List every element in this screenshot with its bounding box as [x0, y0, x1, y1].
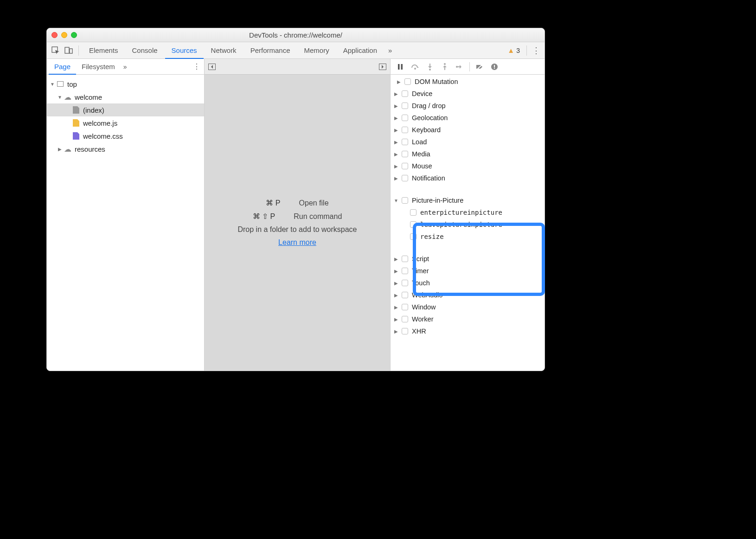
tree-resources[interactable]: ▶ ☁ resources: [47, 142, 204, 155]
event-item[interactable]: resize: [391, 231, 545, 243]
event-category[interactable]: ▶Worker: [391, 313, 545, 325]
window-titlebar: DevTools - chrome://welcome/: [47, 28, 545, 42]
event-item[interactable]: leavepictureinpicture: [391, 218, 545, 231]
separator: [526, 45, 527, 56]
caret-right-icon: ▶: [393, 116, 399, 121]
event-category[interactable]: ▶Load: [391, 136, 545, 148]
caret-right-icon: ▶: [393, 140, 399, 145]
checkbox[interactable]: [402, 197, 408, 204]
event-category[interactable]: ▶Script: [391, 253, 545, 265]
learn-more-link[interactable]: Learn more: [278, 238, 316, 247]
tab-memory[interactable]: Memory: [298, 42, 336, 59]
subtab-filesystem[interactable]: Filesystem: [76, 59, 121, 75]
tree-resources-label: resources: [75, 145, 105, 153]
svg-rect-12: [494, 65, 495, 67]
event-category[interactable]: ▶Device: [391, 88, 545, 100]
step-icon[interactable]: [455, 62, 465, 72]
checkbox[interactable]: [404, 78, 411, 85]
devtools-window: DevTools - chrome://welcome/ Elements Co…: [46, 28, 545, 371]
checkbox[interactable]: [402, 292, 408, 298]
close-window-button[interactable]: [51, 32, 58, 38]
checkbox[interactable]: [402, 151, 408, 157]
caret-right-icon: ▶: [393, 91, 399, 96]
tab-application[interactable]: Application: [337, 42, 384, 59]
checkbox[interactable]: [402, 256, 408, 262]
event-category[interactable]: ▶Mouse: [391, 160, 545, 172]
tabs-overflow[interactable]: »: [384, 42, 396, 59]
event-category[interactable]: ▶ DOM Mutation: [391, 76, 545, 88]
caret-right-icon: ▶: [393, 281, 399, 286]
navigator-menu-icon[interactable]: ⋮: [191, 62, 202, 71]
event-category[interactable]: ▶Geolocation: [391, 112, 545, 124]
tab-performance[interactable]: Performance: [244, 42, 297, 59]
caret-right-icon: ▶: [57, 147, 63, 152]
event-category-label: Device: [412, 90, 432, 97]
checkbox[interactable]: [402, 90, 408, 97]
checkbox[interactable]: [402, 316, 408, 322]
checkbox[interactable]: [402, 328, 408, 334]
checkbox[interactable]: [402, 127, 408, 133]
tab-sources[interactable]: Sources: [165, 42, 204, 59]
event-category-label: Drag / drop: [412, 102, 446, 109]
warnings-indicator[interactable]: ▲ 3: [507, 46, 520, 54]
event-category[interactable]: ▶Timer: [391, 265, 545, 277]
caret-right-icon: ▶: [393, 164, 399, 169]
step-into-icon[interactable]: [425, 62, 435, 72]
pause-on-exceptions-icon[interactable]: [489, 62, 500, 72]
checkbox[interactable]: [410, 209, 416, 216]
event-category-pip[interactable]: ▼Picture-in-Picture: [391, 194, 545, 206]
checkbox[interactable]: [402, 268, 408, 274]
event-category[interactable]: ▶WebAudio: [391, 289, 545, 301]
checkbox[interactable]: [402, 304, 408, 310]
document-icon: [72, 106, 80, 114]
event-category[interactable]: ▶Media: [391, 148, 545, 160]
event-category[interactable]: ▶Touch: [391, 277, 545, 289]
checkbox[interactable]: [402, 103, 408, 109]
tab-console[interactable]: Console: [126, 42, 164, 59]
minimize-window-button[interactable]: [61, 32, 67, 38]
caret-right-icon: ▶: [393, 152, 399, 157]
event-category[interactable]: ▶Drag / drop: [391, 100, 545, 112]
device-toolbar-icon[interactable]: [63, 45, 75, 57]
pause-button[interactable]: [395, 62, 405, 72]
show-debugger-icon[interactable]: [379, 64, 386, 70]
caret-right-icon: ▶: [393, 329, 399, 334]
deactivate-breakpoints-icon[interactable]: [474, 62, 485, 72]
event-category-label: XHR: [412, 327, 426, 335]
event-category[interactable]: ▶Notification: [391, 172, 545, 184]
tab-elements[interactable]: Elements: [83, 42, 125, 59]
checkbox[interactable]: [402, 175, 408, 181]
show-navigator-icon[interactable]: [208, 64, 216, 70]
checkbox[interactable]: [410, 221, 416, 228]
event-category-label: Script: [412, 255, 429, 263]
debugger-pane: ▶ DOM Mutation ▶Device ▶Drag / drop ▶Geo…: [391, 59, 545, 371]
tree-file-index[interactable]: (index): [47, 103, 204, 116]
checkbox[interactable]: [402, 139, 408, 145]
subtabs-overflow[interactable]: »: [123, 63, 127, 71]
event-category-label: Window: [412, 303, 436, 311]
event-item[interactable]: enterpictureinpicture: [391, 206, 545, 218]
checkbox[interactable]: [402, 280, 408, 286]
event-category-label: Picture-in-Picture: [412, 197, 463, 204]
svg-rect-5: [398, 64, 400, 70]
event-category[interactable]: ▶Window: [391, 301, 545, 313]
tree-domain[interactable]: ▼ ☁ welcome: [47, 90, 204, 103]
event-category[interactable]: ▶XHR: [391, 325, 545, 337]
tree-top-frame[interactable]: ▼ top: [47, 77, 204, 90]
traffic-lights: [51, 32, 77, 38]
debugger-toolbar: [391, 59, 545, 75]
subtab-page[interactable]: Page: [49, 59, 76, 75]
tree-file-js[interactable]: welcome.js: [47, 116, 204, 129]
tree-file-css[interactable]: welcome.css: [47, 129, 204, 142]
step-out-icon[interactable]: [440, 62, 450, 72]
caret-right-icon: ▶: [396, 79, 402, 84]
settings-menu-icon[interactable]: ⋮: [531, 45, 542, 56]
inspect-element-icon[interactable]: [50, 45, 62, 57]
tab-network[interactable]: Network: [205, 42, 243, 59]
checkbox[interactable]: [402, 163, 408, 169]
step-over-icon[interactable]: [410, 62, 420, 72]
zoom-window-button[interactable]: [71, 32, 77, 38]
event-category[interactable]: ▶Keyboard: [391, 124, 545, 136]
checkbox[interactable]: [410, 233, 416, 240]
checkbox[interactable]: [402, 115, 408, 121]
